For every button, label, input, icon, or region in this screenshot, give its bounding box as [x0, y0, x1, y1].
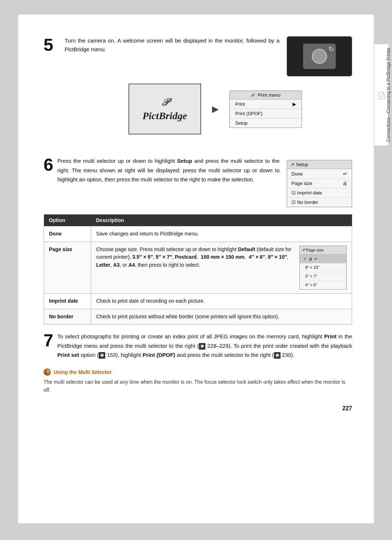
- step6-number: 6: [44, 156, 57, 207]
- setup-menu-title: 𝒫 Setup: [287, 160, 352, 169]
- setup-imprint-item: ☑ Imprint date: [287, 188, 352, 198]
- desc-noborder: Check to print pictures without white bo…: [91, 309, 352, 325]
- setup-done-item: Done↵: [287, 169, 352, 179]
- step7-section: 7 To select photographs for printing or …: [44, 332, 352, 360]
- multi-selector-heading-text: Using the Multi Selector: [54, 369, 111, 375]
- table-row-noborder: No border Check to print pictures withou…: [44, 309, 352, 325]
- step7-text: To select photographs for printing or cr…: [57, 332, 352, 360]
- print-menu-title: 𝒫 Print menu: [230, 91, 302, 100]
- page-size-item-4x6: 4″ × 6″: [300, 281, 346, 289]
- step6-section: 6 Press the multi selector up or down to…: [44, 156, 352, 207]
- page-number: 227: [44, 405, 352, 412]
- multi-selector-text: The multi selector can be used at any ti…: [44, 378, 352, 394]
- multi-selector-heading: 🔎 Using the Multi Selector: [44, 368, 352, 376]
- page-size-item-8x10: 8″ × 10″: [300, 263, 346, 272]
- page-size-item-default: ✓🖨↵: [300, 255, 346, 263]
- print-menu-item-print: Print▶: [230, 100, 302, 109]
- page-size-text: Choose page size. Press multi selector u…: [96, 246, 294, 269]
- option-noborder: No border: [44, 309, 91, 325]
- setup-menu-box: 𝒫 Setup Done↵ Page size🖨 ☑ Imprint date …: [287, 160, 352, 207]
- page-size-menu: 𝒫 Page size ✓🖨↵ 8″ × 10″ 5″ × 7″: [299, 246, 347, 290]
- page-size-cell: Choose page size. Press multi selector u…: [96, 246, 347, 290]
- options-table: Option Description Done Save changes and…: [44, 214, 352, 325]
- setup-noborder-item: ☑ No border: [287, 198, 352, 207]
- step7-number: 7: [44, 332, 57, 360]
- option-imprint: Imprint date: [44, 293, 91, 309]
- camera-image: ↻: [287, 36, 352, 76]
- table-header-row: Option Description: [44, 214, 352, 226]
- step5-number: 5: [44, 36, 57, 145]
- multi-selector-icon: 🔎: [44, 368, 51, 376]
- pictbridge-logo: PictBridge: [143, 110, 187, 122]
- print-menu-box: 𝒫 Print menu Print▶ Print (DPOF) Setup: [229, 90, 302, 128]
- page-size-item-5x7: 5″ × 7″: [300, 272, 346, 281]
- option-done: Done: [44, 226, 91, 242]
- side-tab-label: Connections—Connecting to a PictBridge P…: [385, 48, 392, 142]
- side-tab: 📄 Connections—Connecting to a PictBridge…: [374, 44, 389, 146]
- desc-done: Save changes and return to PictBridge me…: [91, 226, 352, 242]
- table-row-pagesize: Page size Choose page size. Press multi …: [44, 242, 352, 293]
- step5-section: 5 Turn the camera on. A welcome screen w…: [44, 36, 352, 145]
- setup-pagesize-item: Page size🖨: [287, 179, 352, 188]
- table-row-done: Done Save changes and return to PictBrid…: [44, 226, 352, 242]
- pictbridge-box: 𝒫 PictBridge: [128, 84, 201, 134]
- multi-selector-note: 🔎 Using the Multi Selector The multi sel…: [44, 368, 352, 394]
- step6-text: Press the multi selector up or down to h…: [57, 156, 279, 207]
- page-icon: 📄: [376, 92, 385, 100]
- menu-illustration: 𝒫 PictBridge ▶ 𝒫 Print menu Print▶ Print…: [78, 84, 352, 134]
- next-arrow: ▶: [212, 104, 219, 114]
- step5-text: Turn the camera on. A welcome screen wil…: [65, 36, 279, 54]
- page-size-menu-title: 𝒫 Page size: [300, 246, 346, 255]
- option-pagesize: Page size: [44, 242, 91, 293]
- page: 📄 Connections—Connecting to a PictBridge…: [18, 15, 374, 523]
- desc-pagesize: Choose page size. Press multi selector u…: [91, 242, 352, 293]
- table-row-imprint: Imprint date Check to print date of reco…: [44, 293, 352, 309]
- print-menu-item-dpof: Print (DPOF): [230, 109, 302, 118]
- print-menu-item-setup: Setup: [230, 118, 302, 128]
- col-description-header: Description: [91, 214, 352, 226]
- desc-imprint: Check to print date of recording on each…: [91, 293, 352, 309]
- step5-content: Turn the camera on. A welcome screen wil…: [65, 36, 352, 145]
- col-option-header: Option: [44, 214, 91, 226]
